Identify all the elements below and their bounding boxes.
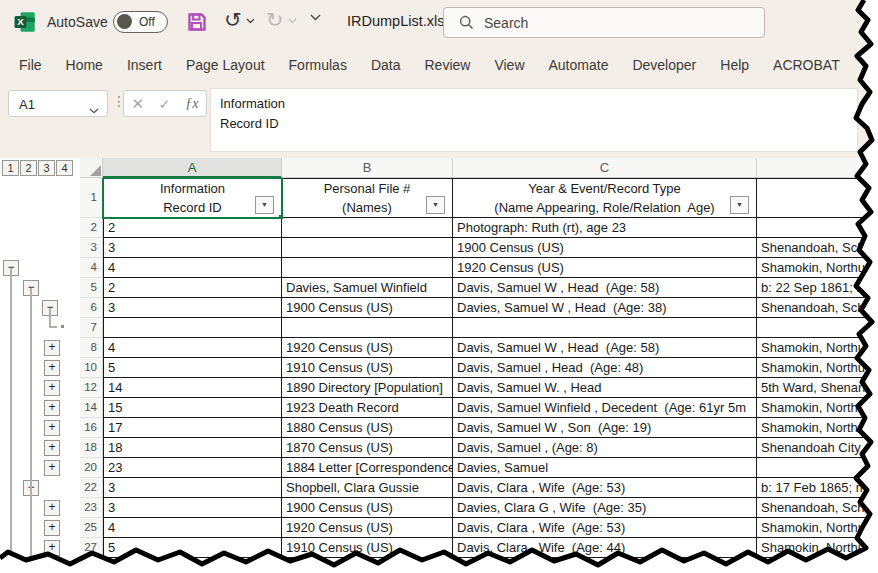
outline-level-button-1[interactable]: 1	[2, 160, 19, 176]
cell-d5[interactable]: b: 22 Sep 1861; m:	[757, 278, 878, 298]
filter-icon[interactable]: ▼	[426, 196, 445, 214]
outline-expand-button-row8[interactable]: +	[44, 340, 60, 356]
ribbon-tab-insert[interactable]: Insert	[115, 45, 174, 85]
outline-expand-button-row23[interactable]: +	[44, 500, 60, 516]
cell-d3[interactable]: Shenandoah, Schu	[757, 238, 878, 258]
name-box[interactable]: A1	[8, 90, 108, 117]
cell-a20[interactable]: 23	[103, 458, 282, 478]
cell-b5[interactable]: Davies, Samuel Winfield	[282, 278, 453, 298]
cell-c3[interactable]: 1900 Census (US)	[453, 238, 757, 258]
ribbon-tab-acrobat[interactable]: ACROBAT	[761, 45, 852, 85]
cell-b18[interactable]: 1870 Census (US)	[282, 438, 453, 458]
header-cell-d[interactable]	[757, 178, 878, 218]
select-all-corner[interactable]	[80, 158, 103, 178]
cell-a8[interactable]: 4	[103, 338, 282, 358]
cell-a5[interactable]: 2	[103, 278, 282, 298]
header-cell-b[interactable]: Personal File #(Names)▼	[282, 178, 453, 218]
ribbon-tab-help[interactable]: Help	[708, 45, 761, 85]
cell-b12[interactable]: 1890 Directory [Population]	[282, 378, 453, 398]
cell-a10[interactable]: 5	[103, 358, 282, 378]
row-header-5[interactable]: 5	[80, 278, 103, 298]
header-cell-c[interactable]: Year & Event/Record Type(Name Appearing,…	[453, 178, 757, 218]
cell-c14[interactable]: Davis, Samuel Winfield , Decedent (Age: …	[453, 398, 757, 418]
ribbon-tab-data[interactable]: Data	[359, 45, 413, 85]
cell-c12[interactable]: Davis, Samuel W. , Head	[453, 378, 757, 398]
autosave-toggle[interactable]: Off	[113, 11, 168, 33]
row-header-16[interactable]: 16	[80, 418, 103, 438]
cell-c22[interactable]: Davis, Clara , Wife (Age: 53)	[453, 478, 757, 498]
cell-b10[interactable]: 1910 Census (US)	[282, 358, 453, 378]
insert-function-icon[interactable]: ƒx	[185, 96, 198, 112]
cell-b25[interactable]: 1920 Census (US)	[282, 518, 453, 538]
cell-a12[interactable]: 14	[103, 378, 282, 398]
row-header-25[interactable]: 25	[80, 518, 103, 538]
cell-c23[interactable]: Davies, Clara G , Wife (Age: 35)	[453, 498, 757, 518]
cell-c2[interactable]: Photograph: Ruth (rt), age 23	[453, 218, 757, 238]
ribbon-tab-file[interactable]: File	[7, 45, 54, 85]
cell-a22[interactable]: 3	[103, 478, 282, 498]
cell-a4[interactable]: 4	[103, 258, 282, 278]
cell-b20[interactable]: 1884 Letter [Correspondence]	[282, 458, 453, 478]
row-header-18[interactable]: 18	[80, 438, 103, 458]
outline-expand-button-row10[interactable]: +	[44, 360, 60, 376]
workbook-title[interactable]: IRDumpList.xlsx	[347, 13, 452, 29]
column-header-b[interactable]: B	[282, 158, 453, 178]
ribbon-tab-formulas[interactable]: Formulas	[277, 45, 359, 85]
outline-level-button-2[interactable]: 2	[20, 160, 37, 176]
save-icon[interactable]	[186, 10, 208, 34]
undo-chevron-icon[interactable]	[246, 18, 255, 24]
enter-icon[interactable]: ✓	[159, 96, 171, 112]
cell-c5[interactable]: Davis, Samuel W , Head (Age: 58)	[453, 278, 757, 298]
cell-a25[interactable]: 4	[103, 518, 282, 538]
cell-d20[interactable]	[757, 458, 878, 478]
ribbon-tab-view[interactable]: View	[482, 45, 536, 85]
fill-handle[interactable]	[278, 214, 282, 218]
cell-c16[interactable]: Davis, Samuel W , Son (Age: 19)	[453, 418, 757, 438]
cell-d16[interactable]: Shamokin, Northu	[757, 418, 878, 438]
cell-d10[interactable]: Shamokin, Northu	[757, 358, 878, 378]
search-box[interactable]: Search	[443, 7, 765, 38]
cell-d6[interactable]: Shenandoah, Schu	[757, 298, 878, 318]
header-cell-a[interactable]: InformationRecord ID▼	[103, 178, 282, 218]
cell-c25[interactable]: Davis, Clara , Wife (Age: 53)	[453, 518, 757, 538]
row-header-6[interactable]: 6	[80, 298, 103, 318]
cell-d7[interactable]	[757, 318, 878, 338]
outline-expand-button-row27[interactable]: +	[44, 540, 60, 556]
ribbon-tab-page-layout[interactable]: Page Layout	[174, 45, 277, 85]
row-header-2[interactable]: 2	[80, 218, 103, 238]
cell-a7[interactable]	[103, 318, 282, 338]
cell-b23[interactable]: 1900 Census (US)	[282, 498, 453, 518]
cell-a2[interactable]: 2	[103, 218, 282, 238]
cell-b2[interactable]	[282, 218, 453, 238]
row-header-23[interactable]: 23	[80, 498, 103, 518]
column-header-c[interactable]: C	[453, 158, 757, 178]
cell-b4[interactable]	[282, 258, 453, 278]
cell-b27[interactable]: 1910 Census (US)	[282, 538, 453, 558]
ribbon-tab-review[interactable]: Review	[413, 45, 483, 85]
cancel-icon[interactable]: ✕	[131, 95, 144, 113]
row-header-8[interactable]: 8	[80, 338, 103, 358]
cell-c4[interactable]: 1920 Census (US)	[453, 258, 757, 278]
cell-b6[interactable]: 1900 Census (US)	[282, 298, 453, 318]
ribbon-tab-home[interactable]: Home	[54, 45, 115, 85]
row-header-3[interactable]: 3	[80, 238, 103, 258]
cell-d2[interactable]	[757, 218, 878, 238]
outline-level-button-4[interactable]: 4	[56, 160, 73, 176]
outline-expand-button-row18[interactable]: +	[44, 440, 60, 456]
row-header-12[interactable]: 12	[80, 378, 103, 398]
formula-input[interactable]: Information Record ID	[210, 88, 858, 152]
cell-a18[interactable]: 18	[103, 438, 282, 458]
filter-icon[interactable]: ▼	[255, 196, 274, 214]
quick-access-options-icon[interactable]	[309, 14, 321, 21]
cell-d23[interactable]: Shenandoah, Schu	[757, 498, 878, 518]
column-header-d[interactable]	[757, 158, 878, 178]
row-header-10[interactable]: 10	[80, 358, 103, 378]
cell-d27[interactable]: Shamokin, Northu	[757, 538, 878, 558]
cell-b16[interactable]: 1880 Census (US)	[282, 418, 453, 438]
ribbon-tab-developer[interactable]: Developer	[620, 45, 708, 85]
cell-c6[interactable]: Davies, Samuel W , Head (Age: 38)	[453, 298, 757, 318]
outline-expand-button-row16[interactable]: +	[44, 420, 60, 436]
cell-c8[interactable]: Davis, Samuel W , Head (Age: 58)	[453, 338, 757, 358]
cell-c18[interactable]: Davis, Samuel , (Age: 8)	[453, 438, 757, 458]
row-header-1[interactable]: 1	[80, 178, 103, 218]
